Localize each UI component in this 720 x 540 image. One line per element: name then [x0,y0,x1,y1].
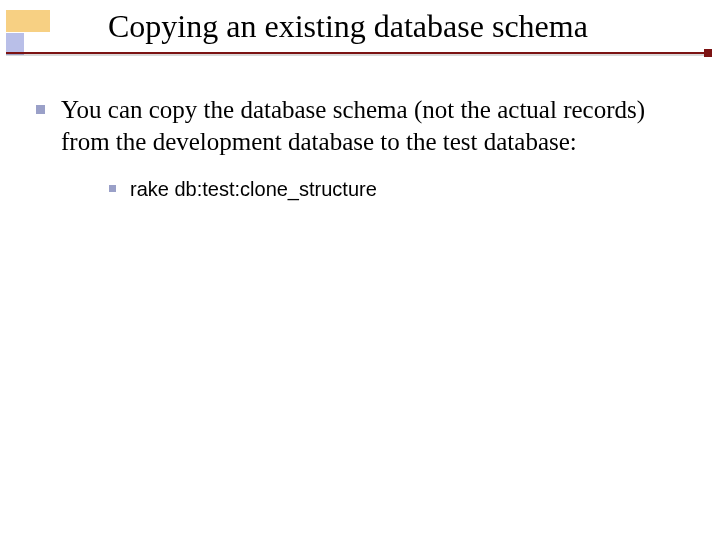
decoration-top-block [6,10,50,32]
sublist: rake db:test:clone_structure [109,176,660,202]
list-item: rake db:test:clone_structure [109,176,660,202]
list-item-text: You can copy the database schema (not th… [61,96,645,155]
title-underline [6,52,710,54]
list-item: You can copy the database schema (not th… [36,94,660,202]
list-item-content: You can copy the database schema (not th… [61,94,660,202]
body-area: You can copy the database schema (not th… [36,94,660,220]
slide: Copying an existing database schema You … [0,0,720,540]
list-item-text: rake db:test:clone_structure [130,176,377,202]
square-bullet-icon [36,105,45,114]
slide-title: Copying an existing database schema [108,8,640,51]
square-bullet-icon [109,185,116,192]
title-area: Copying an existing database schema [108,8,640,51]
